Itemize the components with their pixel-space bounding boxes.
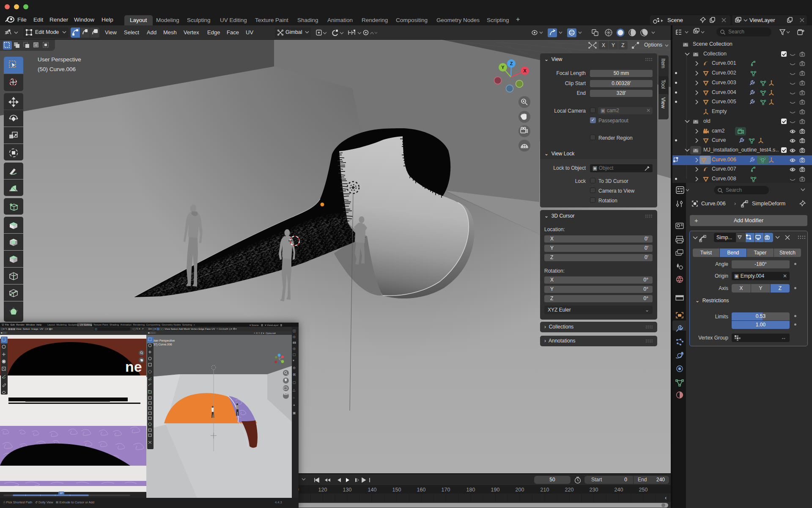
svg-text:⚙︎: ⚙︎ — [293, 366, 296, 370]
svg-text:△: △ — [293, 388, 296, 392]
svg-text:▣: ▣ — [293, 411, 296, 415]
svg-text:X: X — [523, 68, 527, 73]
svg-text:▢: ▢ — [293, 353, 296, 356]
svg-text:📷︎: 📷︎ — [293, 341, 296, 345]
svg-text:▾: ▾ — [293, 359, 294, 362]
svg-text:🛠︎: 🛠︎ — [293, 373, 296, 377]
svg-text:◫: ◫ — [293, 329, 296, 333]
svg-text:Z: Z — [510, 61, 513, 66]
svg-text:▢: ▢ — [293, 381, 296, 384]
svg-text:Y: Y — [501, 65, 505, 70]
svg-text:○: ○ — [293, 396, 295, 400]
svg-text:✦: ✦ — [293, 403, 296, 407]
svg-text:◎: ◎ — [293, 347, 296, 351]
svg-text:◎: ◎ — [293, 335, 296, 339]
